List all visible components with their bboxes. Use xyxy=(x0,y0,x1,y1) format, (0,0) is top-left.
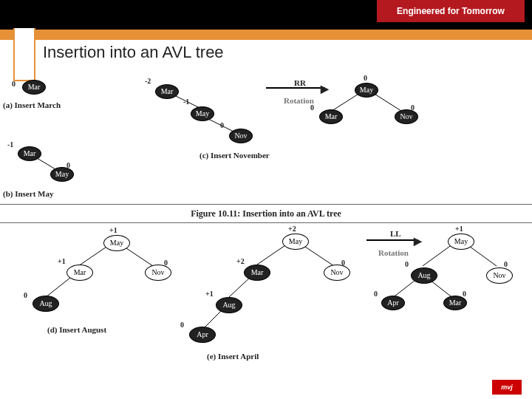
bf: +1 xyxy=(455,225,463,233)
bf: -1 xyxy=(183,98,189,106)
node-may: May xyxy=(191,106,214,121)
bf: 0 xyxy=(504,260,508,268)
header-bar: Engineered for Tomorrow xyxy=(0,0,532,30)
svg-line-4 xyxy=(371,92,403,112)
bf: 0 xyxy=(463,290,466,298)
node-mar: Mar xyxy=(319,109,343,124)
bf: +1 xyxy=(58,257,66,265)
bf: 0 xyxy=(180,321,184,329)
node-mar: Mar xyxy=(22,80,46,95)
node-nov: Nov xyxy=(486,267,513,284)
panel-b-label: (b) Insert May xyxy=(3,189,53,198)
tagline-box: Engineered for Tomorrow xyxy=(377,0,525,22)
bf: 0 xyxy=(374,290,378,298)
node-nov: Nov xyxy=(395,109,418,124)
footer-logo: mvj xyxy=(492,380,522,395)
node-mar: Mar xyxy=(443,296,467,310)
bf: +1 xyxy=(205,290,214,298)
bf: +2 xyxy=(288,225,296,233)
arrowhead-icon: ▶ xyxy=(414,235,422,248)
bf: 0 xyxy=(24,291,27,299)
bf: 0 xyxy=(12,80,16,88)
arrowhead-icon: ▶ xyxy=(321,83,329,95)
node-aug: Aug xyxy=(411,267,437,284)
bf: +2 xyxy=(236,257,245,265)
ll-label: LL xyxy=(390,229,401,238)
figure-canvas: 0 Mar (a) Insert March -1 Mar 0 May (b) … xyxy=(0,74,532,399)
node-mar: Mar xyxy=(244,265,270,281)
node-may: May xyxy=(355,83,378,98)
node-nov: Nov xyxy=(145,265,171,281)
rr-label: RR xyxy=(294,78,306,87)
node-may: May xyxy=(448,233,474,250)
arrow-rr xyxy=(266,87,325,89)
bf: -1 xyxy=(7,140,13,149)
bf: -2 xyxy=(145,77,151,85)
orange-strip xyxy=(0,30,532,40)
node-apr: Apr xyxy=(189,327,216,343)
bf: 0 xyxy=(364,74,367,82)
figure-caption: Figure 10.11: Insertion into an AVL tree xyxy=(191,208,341,219)
figure-caption-box: Figure 10.11: Insertion into an AVL tree xyxy=(0,204,532,223)
arrow-ll xyxy=(366,239,418,241)
panel-e-label: (e) Insert April xyxy=(207,352,259,361)
node-mar: Mar xyxy=(66,265,93,281)
node-may: May xyxy=(103,235,130,251)
panel-a-label: (a) Insert March xyxy=(3,100,61,109)
node-may: May xyxy=(50,167,74,182)
node-aug: Aug xyxy=(33,296,59,312)
panel-d-label: (d) Insert August xyxy=(47,325,106,334)
tagline-text: Engineered for Tomorrow xyxy=(397,6,505,16)
rotation-label: Rotation xyxy=(284,96,314,105)
slide-title: Insertion into an AVL tree xyxy=(43,43,224,62)
node-apr: Apr xyxy=(381,296,405,310)
bf: 0 xyxy=(405,260,409,268)
bf: 0 xyxy=(310,103,314,112)
bf: +1 xyxy=(109,226,117,234)
node-mar: Mar xyxy=(18,146,41,161)
node-nov: Nov xyxy=(229,129,253,143)
node-aug: Aug xyxy=(216,297,242,313)
node-mar: Mar xyxy=(155,84,179,99)
rotation-label: Rotation xyxy=(378,248,409,257)
bf: 0 xyxy=(220,121,224,129)
node-may: May xyxy=(282,233,309,250)
panel-c-label: (c) Insert November xyxy=(200,151,270,160)
node-nov: Nov xyxy=(324,265,350,281)
